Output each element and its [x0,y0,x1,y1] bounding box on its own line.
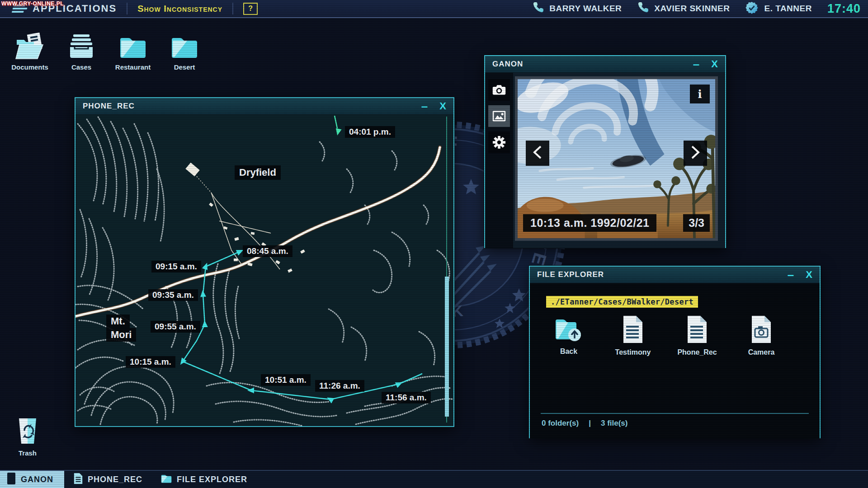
folder-icon [109,32,156,60]
ganon-sidebar [485,73,513,248]
desktop-icon-label: Restaurant [109,63,156,71]
desktop-icon-label: Documents [6,63,53,71]
desktop-icon-cases[interactable]: Cases [58,32,105,71]
trash-bin[interactable]: Trash [8,417,47,457]
camera-icon[interactable] [488,79,510,101]
file-item-phone-rec[interactable]: Phone_Rec [675,315,719,357]
time-label: 09:55 a.m. [151,321,200,333]
contact-name: XAVIER SKINNER [654,4,730,14]
folder-count: 0 folder(s) [542,419,579,428]
open-folder-documents-icon [6,32,53,60]
taskbar-item-file-explorer[interactable]: FILE EXPLORER [151,471,256,488]
breadcrumb-path: ./ETanner/Cases/BWalker/Desert [546,296,698,308]
phone-icon [532,2,544,16]
time-label: 04:01 p.m. [345,126,395,138]
taskbar-item-phone-rec[interactable]: PHONE_REC [64,471,151,488]
status-bar: 0 folder(s) | 3 file(s) [542,419,627,428]
window-title: FILE EXPLORER [537,270,604,279]
time-label: 09:35 a.m. [148,289,198,301]
clock: 17:40 [827,2,861,16]
file-explorer-title-bar[interactable]: FILE EXPLORER – X [530,267,820,283]
file-item-label: Testimony [611,348,655,357]
desktop-icon-restaurant[interactable]: Restaurant [109,32,156,71]
window-title: PHONE_REC [83,102,135,111]
image-icon[interactable] [488,105,510,127]
desktop-icon-desert[interactable]: Desert [161,32,208,71]
trash-recycle-icon [14,439,41,447]
previous-photo-button[interactable] [526,141,549,166]
window-title: GANON [492,60,523,69]
document-icon [73,473,83,487]
contact-xavier-skinner[interactable]: XAVIER SKINNER [637,2,730,16]
map-scrollbar-thumb[interactable] [445,277,449,417]
taskbar-item-label: GANON [21,475,53,484]
time-label: 11:26 a.m. [315,380,364,392]
time-label: 10:15 a.m. [126,356,175,368]
trash-label: Trash [8,449,47,457]
site-watermark: WWW.GRY-ONLINE.PL [1,0,64,7]
topbar-divider [127,3,127,14]
close-button[interactable]: X [806,269,812,281]
window-file-explorer: FILE EXPLORER – X ./ETanner/Cases/BWalke… [529,266,821,438]
taskbar-item-label: FILE EXPLORER [177,475,247,484]
window-ganon: GANON – X [484,55,726,248]
gear-icon[interactable] [488,131,510,153]
top-menu-bar: APPLICATIONS Show Inconsistency ? BARRY … [0,0,868,18]
document-icon [684,338,710,345]
contact-barry-walker[interactable]: BARRY WALKER [532,2,622,16]
taskbar-item-ganon[interactable]: GANON [0,471,64,488]
photo-info-button[interactable]: i [690,84,710,103]
show-inconsistency-button[interactable]: Show Inconsistency [137,4,222,14]
status-divider [541,413,809,414]
next-photo-button[interactable] [684,141,707,166]
file-item-label: Back [547,347,590,356]
photo-timestamp: 10:13 a.m. 1992/02/21 [523,214,656,232]
topbar-divider [232,3,233,14]
minimize-button[interactable]: – [788,270,794,279]
ufo-photograph: i 10:13 a.m. 1992/02/21 3/3 [515,76,718,241]
place-label-mt-mori: Mt. Mori [106,314,136,342]
time-label: 08:45 a.m. [243,245,292,257]
file-item-label: Camera [740,348,783,357]
status-separator: | [589,419,591,428]
file-count: 3 file(s) [601,419,628,428]
photo-index: 3/3 [683,214,710,232]
taskbar: GANON PHONE_REC FILE EXPLORER [0,470,868,488]
phone-rec-title-bar[interactable]: PHONE_REC – X [75,98,453,115]
desktop-screen: OF CE E SEEK APPLICATIONS Sh [0,0,868,488]
contact-name: BARRY WALKER [549,4,622,14]
close-button[interactable]: X [711,58,718,70]
phone-record-map[interactable]: 04:01 p.m. Dryfield 08:45 a.m. 09:15 a.m… [75,115,453,426]
help-button[interactable]: ? [243,3,258,15]
desktop-icon-documents[interactable]: Documents [6,32,53,71]
desktop-icon-label: Desert [161,63,208,71]
minimize-button[interactable]: – [421,102,428,111]
folder-icon [160,473,172,486]
file-item-back[interactable]: Back [547,315,590,357]
user-e-tanner[interactable]: E. TANNER [745,1,811,17]
window-phone-rec: PHONE_REC – X [75,97,454,427]
chevron-left-icon [532,145,543,162]
tray-stack-icon [58,32,105,60]
phone-icon [637,2,649,16]
ganon-title-bar[interactable]: GANON – X [485,56,725,73]
time-label: 11:56 a.m. [382,392,431,404]
taskbar-item-label: PHONE_REC [88,475,142,484]
folder-icon [161,32,208,60]
file-item-camera[interactable]: Camera [740,315,783,357]
document-icon [620,338,646,345]
file-item-testimony[interactable]: Testimony [611,315,655,357]
place-label-dryfield: Dryfield [235,165,281,180]
time-label: 09:15 a.m. [151,261,201,272]
close-button[interactable]: X [439,100,446,112]
verified-badge-icon [745,1,759,17]
file-item-label: Phone_Rec [675,348,719,357]
minimize-button[interactable]: – [693,60,699,69]
time-label: 10:51 a.m. [261,374,311,386]
photo-window-icon [6,473,16,487]
user-name: E. TANNER [764,4,811,14]
folder-up-icon [553,337,585,344]
camera-file-icon [748,338,774,345]
chevron-right-icon [689,145,701,162]
desktop-icon-label: Cases [58,63,105,71]
